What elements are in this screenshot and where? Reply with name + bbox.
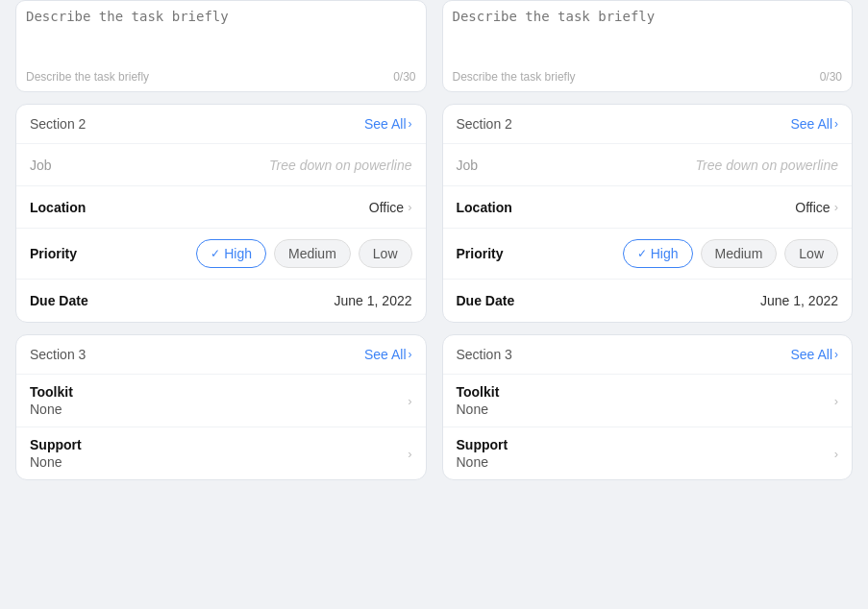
right-support-value: None xyxy=(457,454,508,470)
right-support-label: Support xyxy=(457,437,508,452)
left-due-date-row: Due Date June 1, 2022 xyxy=(16,280,426,322)
left-location-value[interactable]: Office › xyxy=(369,200,412,215)
left-support-value: None xyxy=(30,454,82,470)
left-toolkit-chevron-icon: › xyxy=(408,394,411,408)
left-description-placeholder-label: Describe the task briefly xyxy=(26,70,149,84)
left-priority-row: Priority ✓ High Medium Low xyxy=(16,229,426,280)
right-description-placeholder-label: Describe the task briefly xyxy=(453,70,576,84)
right-location-row: Location Office › xyxy=(443,186,853,229)
right-toolkit-label-wrap: Toolkit None xyxy=(457,384,500,417)
right-support-row[interactable]: Support None › xyxy=(443,427,853,479)
left-toolkit-label: Toolkit xyxy=(30,384,73,400)
right-section2-chevron-icon: › xyxy=(834,117,838,131)
left-section2-title: Section 2 xyxy=(30,116,86,132)
right-due-date-value: June 1, 2022 xyxy=(760,293,838,308)
left-toolkit-row[interactable]: Toolkit None › xyxy=(16,375,426,427)
left-job-value: Tree down on powerline xyxy=(269,158,411,173)
right-toolkit-chevron-icon: › xyxy=(834,394,838,408)
left-description-section: Describe the task briefly 0/30 xyxy=(15,0,427,92)
left-location-chevron-icon: › xyxy=(408,200,411,214)
right-location-label: Location xyxy=(457,200,512,215)
left-due-date-value: June 1, 2022 xyxy=(335,293,412,308)
left-location-row: Location Office › xyxy=(16,186,426,229)
left-location-label: Location xyxy=(30,200,86,215)
left-support-label-wrap: Support None xyxy=(30,437,82,470)
left-support-label: Support xyxy=(30,437,82,452)
left-section3-see-all[interactable]: See All › xyxy=(364,347,412,362)
right-job-row: Job Tree down on powerline xyxy=(443,144,853,186)
left-section2-chevron-icon: › xyxy=(409,117,412,131)
right-section2-card: Section 2 See All › Job Tree down on pow… xyxy=(442,104,854,323)
left-section3-title: Section 3 xyxy=(30,347,86,362)
right-panel: Describe the task briefly 0/30 Section 2… xyxy=(442,0,854,609)
left-priority-label: Priority xyxy=(30,246,77,261)
right-priority-low-button[interactable]: Low xyxy=(784,239,838,268)
right-priority-row: Priority ✓ High Medium Low xyxy=(443,229,853,280)
left-priority-high-button[interactable]: ✓ High xyxy=(196,239,266,268)
right-priority-medium-button[interactable]: Medium xyxy=(701,239,778,268)
left-description-count: 0/30 xyxy=(393,70,415,84)
left-toolkit-value: None xyxy=(30,402,73,417)
right-job-value: Tree down on powerline xyxy=(696,158,838,173)
right-section2-header: Section 2 See All › xyxy=(443,105,853,144)
right-job-label: Job xyxy=(457,158,479,173)
right-location-chevron-icon: › xyxy=(834,200,838,214)
left-section3-header: Section 3 See All › xyxy=(16,335,426,375)
left-description-input[interactable] xyxy=(26,9,416,66)
right-section3-card: Section 3 See All › Toolkit None › Suppo… xyxy=(442,334,854,480)
left-panel: Describe the task briefly 0/30 Section 2… xyxy=(15,0,427,609)
right-toolkit-value: None xyxy=(457,402,500,417)
right-description-input[interactable] xyxy=(453,9,843,66)
right-priority-label: Priority xyxy=(457,246,504,261)
left-support-chevron-icon: › xyxy=(408,447,411,461)
left-section2-see-all[interactable]: See All › xyxy=(364,116,412,132)
left-section3-chevron-icon: › xyxy=(409,348,412,361)
left-priority-low-button[interactable]: Low xyxy=(359,239,412,268)
right-toolkit-label: Toolkit xyxy=(457,384,500,400)
left-support-row[interactable]: Support None › xyxy=(16,427,426,479)
left-section3-card: Section 3 See All › Toolkit None › Suppo… xyxy=(15,334,427,480)
right-due-date-row: Due Date June 1, 2022 xyxy=(443,280,853,322)
right-section3-title: Section 3 xyxy=(457,347,512,362)
left-priority-medium-button[interactable]: Medium xyxy=(274,239,351,268)
right-support-chevron-icon: › xyxy=(834,447,838,461)
left-section2-header: Section 2 See All › xyxy=(16,105,426,144)
right-description-count: 0/30 xyxy=(820,70,842,84)
right-due-date-label: Due Date xyxy=(457,293,515,308)
left-job-row: Job Tree down on powerline xyxy=(16,144,426,186)
right-location-value[interactable]: Office › xyxy=(795,200,838,215)
right-section2-title: Section 2 xyxy=(457,116,512,132)
right-priority-group: ✓ High Medium Low xyxy=(623,239,838,268)
left-job-label: Job xyxy=(30,158,52,173)
left-section2-card: Section 2 See All › Job Tree down on pow… xyxy=(15,104,427,323)
left-toolkit-label-wrap: Toolkit None xyxy=(30,384,73,417)
right-toolkit-row[interactable]: Toolkit None › xyxy=(443,375,853,427)
right-section2-see-all[interactable]: See All › xyxy=(790,116,838,132)
right-priority-high-button[interactable]: ✓ High xyxy=(623,239,693,268)
right-section3-see-all[interactable]: See All › xyxy=(790,347,838,362)
right-section3-chevron-icon: › xyxy=(834,348,838,361)
left-priority-high-check-icon: ✓ xyxy=(211,247,220,260)
right-description-section: Describe the task briefly 0/30 xyxy=(442,0,854,92)
right-support-label-wrap: Support None xyxy=(457,437,508,470)
left-priority-group: ✓ High Medium Low xyxy=(196,239,411,268)
right-priority-high-check-icon: ✓ xyxy=(637,247,647,260)
right-section3-header: Section 3 See All › xyxy=(443,335,853,375)
left-due-date-label: Due Date xyxy=(30,293,88,308)
